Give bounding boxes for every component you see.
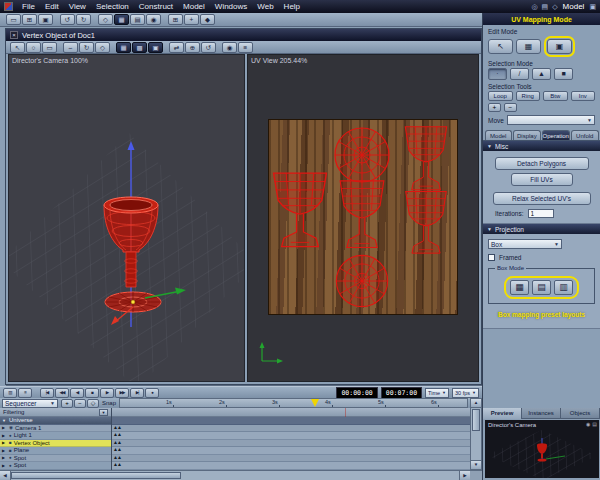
expand-arrow-icon[interactable]: ▶: [2, 448, 7, 453]
expand-arrow-icon[interactable]: ▶: [2, 440, 7, 445]
track-camera-1[interactable]: ▶◉Camera 1: [0, 425, 111, 433]
expand-arrow-icon[interactable]: ▼: [2, 418, 7, 423]
textured-mode-button[interactable]: ▣: [148, 42, 163, 53]
scroll-left-icon[interactable]: ◀: [0, 471, 11, 480]
model-room-icon[interactable]: ▣: [589, 3, 596, 11]
track-light-1[interactable]: ▶●Light 1: [0, 432, 111, 440]
dolly-camera-tool[interactable]: ⊕: [185, 42, 200, 53]
track-universe[interactable]: ▼Universe: [0, 417, 111, 425]
timeline-row[interactable]: ▲▲: [112, 462, 470, 470]
detach-polygons-button[interactable]: Detach Polygons: [495, 157, 589, 170]
marquee-tool[interactable]: ▭: [42, 42, 57, 53]
assemble-mode-button[interactable]: ◇: [98, 14, 113, 25]
scroll-right-icon[interactable]: ▶: [459, 471, 470, 480]
go-start-button[interactable]: |◀: [40, 388, 54, 398]
uv-viewport[interactable]: UV View 205.44%: [247, 54, 479, 382]
sequencer-dropdown[interactable]: Sequencer ▼: [2, 399, 58, 408]
uv-pan-mode-button[interactable]: ▦: [516, 39, 541, 54]
menu-item-help[interactable]: Help: [279, 2, 305, 11]
timeline-options-button[interactable]: ≡: [18, 388, 32, 398]
app-logo-icon[interactable]: [4, 2, 13, 11]
open-doc-icon[interactable]: ⊞: [22, 14, 37, 25]
select-polygon-mode-button[interactable]: ▲: [532, 68, 551, 80]
model-mode-button[interactable]: ▦: [114, 14, 129, 25]
track-spot[interactable]: ▶●Spot: [0, 462, 111, 470]
play-button[interactable]: ▶: [100, 388, 114, 398]
scroll-up-icon[interactable]: ▲: [471, 399, 481, 408]
undo-icon[interactable]: ↺: [60, 14, 75, 25]
projection-section-header[interactable]: ▼ Projection: [483, 224, 600, 234]
filtering-dropdown-icon[interactable]: ▼: [99, 409, 108, 416]
timeline-row[interactable]: [112, 417, 470, 425]
go-end-button[interactable]: ▶|: [130, 388, 144, 398]
timeline-row[interactable]: ▲▲: [112, 440, 470, 448]
fill-uvs-button[interactable]: Fill UVs: [511, 173, 573, 186]
box-preset-2-button[interactable]: ▤: [532, 280, 551, 295]
between-button[interactable]: Btw: [543, 91, 568, 101]
menu-item-view[interactable]: View: [64, 2, 91, 11]
box-preset-1-button[interactable]: ▦: [510, 280, 529, 295]
horizontal-scrollbar[interactable]: ◀ ▶: [0, 470, 470, 480]
record-button[interactable]: ●: [145, 388, 159, 398]
render-mode-button[interactable]: ◉: [146, 14, 161, 25]
menu-item-selection[interactable]: Selection: [91, 2, 134, 11]
track-spot[interactable]: ▶●Spot: [0, 455, 111, 463]
projection-type-dropdown[interactable]: Box ▼: [488, 239, 562, 249]
keyframe-markers[interactable]: ▲▲: [113, 446, 121, 452]
wireframe-mode-button[interactable]: ▦: [116, 42, 131, 53]
render-button[interactable]: ◉: [222, 42, 237, 53]
ring-button[interactable]: Ring: [516, 91, 541, 101]
expand-arrow-icon[interactable]: ▶: [2, 455, 7, 460]
camera-viewport[interactable]: Director's Camera 100%: [8, 54, 245, 382]
document-title-bar[interactable]: × Vertex Object of Doc1: [6, 29, 481, 41]
keyframe-markers[interactable]: ▲▲: [113, 431, 121, 437]
move-tool[interactable]: ⇔: [63, 42, 78, 53]
tab-model[interactable]: Model: [485, 130, 513, 140]
loop-button[interactable]: Loop: [488, 91, 513, 101]
expand-arrow-icon[interactable]: ▶: [2, 425, 7, 430]
track-plane[interactable]: ▶■Plane: [0, 447, 111, 455]
preview-viewport[interactable]: Director's Camera ◉▤: [485, 420, 599, 478]
select-edge-mode-button[interactable]: /: [510, 68, 529, 80]
menu-item-model[interactable]: Model: [178, 2, 210, 11]
select-object-mode-button[interactable]: ■: [554, 68, 573, 80]
lasso-tool[interactable]: ○: [26, 42, 41, 53]
render-room-icon[interactable]: ◎: [531, 3, 537, 11]
timeline-row[interactable]: ▲▲: [112, 455, 470, 463]
prev-key-button[interactable]: ◀◀: [55, 388, 69, 398]
keyframe-markers[interactable]: ▲▲: [113, 461, 121, 467]
scroll-down-icon[interactable]: ▼: [471, 460, 481, 469]
grow-selection-button[interactable]: +: [488, 103, 501, 112]
orbit-camera-tool[interactable]: ↺: [201, 42, 216, 53]
delete-track-button[interactable]: −: [74, 399, 86, 408]
scroll-thumb[interactable]: [11, 472, 181, 479]
step-forward-button[interactable]: ▶▶: [115, 388, 129, 398]
tab-display[interactable]: Display: [513, 130, 541, 140]
shaded-mode-button[interactable]: ▩: [132, 42, 147, 53]
save-doc-icon[interactable]: ▣: [38, 14, 53, 25]
texture-room-icon[interactable]: ▤: [542, 3, 549, 11]
add-track-button[interactable]: +: [61, 399, 73, 408]
viewport-options-button[interactable]: ≡: [238, 42, 253, 53]
pan-camera-tool[interactable]: ⇄: [169, 42, 184, 53]
timeline-row[interactable]: ▲▲: [112, 432, 470, 440]
expand-arrow-icon[interactable]: ▶: [2, 463, 7, 468]
misc-section-header[interactable]: ▼ Misc: [483, 141, 600, 151]
tab-operation[interactable]: Operation: [542, 130, 570, 140]
playhead-marker[interactable]: [311, 399, 319, 407]
keyframe-markers[interactable]: ▲▲: [113, 454, 121, 460]
menu-item-file[interactable]: File: [17, 2, 40, 11]
preview-tab-objects[interactable]: Objects: [561, 408, 600, 419]
texture-mode-button[interactable]: ▤: [130, 14, 145, 25]
track-vertex-object[interactable]: ▶■Vertex Object: [0, 440, 111, 448]
tab-unfold[interactable]: Unfold: [571, 130, 599, 140]
step-back-button[interactable]: ◀: [70, 388, 84, 398]
expand-arrow-icon[interactable]: ▶: [2, 433, 7, 438]
timeline-row[interactable]: ▲▲: [112, 447, 470, 455]
rotate-tool[interactable]: ↻: [79, 42, 94, 53]
filtering-header[interactable]: Filtering ▼: [0, 408, 111, 417]
axis-toggle-icon[interactable]: +: [184, 14, 199, 25]
timeline-row[interactable]: ▲▲: [112, 425, 470, 433]
snap-toggle-icon[interactable]: ◆: [200, 14, 215, 25]
menu-item-windows[interactable]: Windows: [210, 2, 252, 11]
